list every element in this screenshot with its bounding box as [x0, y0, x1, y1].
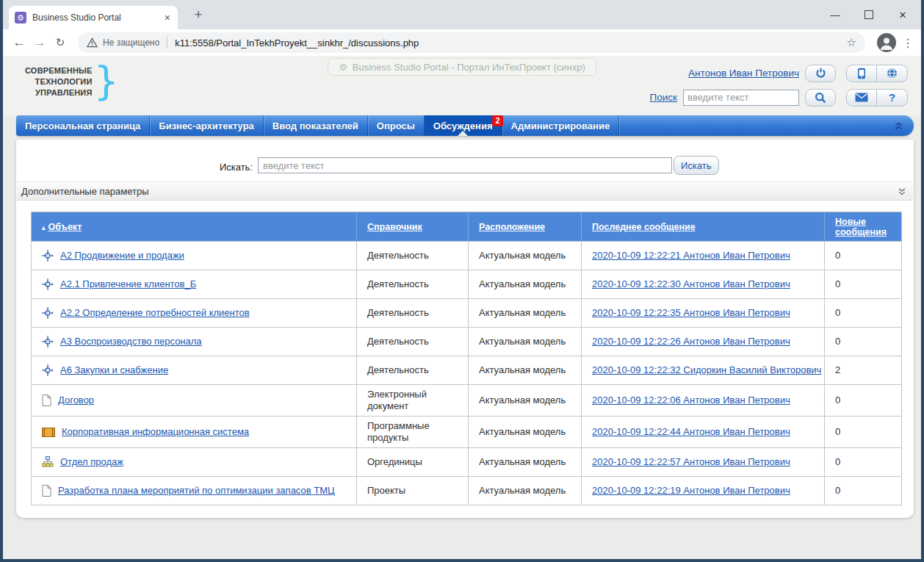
user-name-link[interactable]: Антонов Иван Петрович: [688, 68, 799, 79]
new-messages-cell: 0: [825, 242, 902, 270]
directory-cell: Деятельность: [357, 356, 469, 385]
nav-tab[interactable]: Ввод показателей: [264, 115, 368, 136]
browser-window: ⚙ Business Studio Portal × + — ✕ ← → ↻ Н…: [0, 0, 924, 562]
tab-close-icon[interactable]: ×: [163, 12, 172, 24]
column-header[interactable]: ▴Объект: [32, 212, 357, 242]
location-cell: Актуальная модель: [469, 356, 582, 385]
logo-line: УПРАВЛЕНИЯ: [25, 87, 93, 98]
reload-icon[interactable]: ↻: [50, 36, 71, 49]
last-message-cell: 2020-10-09 12:22:30 Антонов Иван Петрови…: [582, 270, 825, 299]
discussion-search-input[interactable]: [258, 157, 672, 173]
logout-button[interactable]: [805, 65, 836, 82]
column-header-link[interactable]: Расположение: [479, 222, 545, 232]
sort-asc-icon: ▴: [42, 224, 46, 231]
site-search-link[interactable]: Поиск: [650, 92, 677, 103]
nav-tab[interactable]: Опросы: [368, 115, 425, 136]
profile-avatar[interactable]: [877, 33, 896, 52]
maximize-icon: [865, 10, 873, 19]
last-message-link[interactable]: 2020-10-09 12:22:30 Антонов Иван Петрови…: [592, 278, 790, 289]
last-message-cell: 2020-10-09 12:22:32 Сидоркин Василий Вик…: [582, 356, 825, 385]
object-link[interactable]: Отдел продаж: [60, 456, 123, 468]
language-button[interactable]: [877, 65, 908, 82]
location-cell: Актуальная модель: [469, 448, 582, 477]
additional-params-bar[interactable]: Дополнительные параметры: [17, 181, 913, 201]
object-link[interactable]: А2.1 Привлечение клиентов_Б: [60, 278, 196, 290]
column-header[interactable]: Последнее сообщение: [582, 212, 825, 242]
messages-button[interactable]: [846, 89, 877, 107]
last-message-link[interactable]: 2020-10-09 12:22:35 Антонов Иван Петрови…: [592, 307, 790, 318]
new-messages-cell: 0: [825, 270, 902, 299]
question-icon: ?: [889, 91, 895, 104]
last-message-link[interactable]: 2020-10-09 12:22:19 Антонов Иван Петрови…: [592, 485, 790, 496]
browser-tab[interactable]: ⚙ Business Studio Portal ×: [9, 6, 178, 29]
column-header[interactable]: Новые сообщения: [825, 212, 902, 242]
envelope-icon: [855, 93, 868, 102]
help-button[interactable]: ?: [877, 89, 908, 107]
browser-toolbar: ← → ↻ Не защищено k11:5558/Portal_InTekh…: [3, 29, 921, 56]
software-icon: [42, 428, 55, 437]
nav-tab[interactable]: Персональная страница: [16, 115, 150, 136]
process-icon: [42, 307, 54, 319]
address-bar[interactable]: Не защищено k11:5558/Portal_InTekhProyek…: [78, 32, 865, 53]
column-header-link[interactable]: Объект: [48, 222, 82, 232]
mobile-version-button[interactable]: [846, 65, 877, 82]
object-link[interactable]: Договор: [58, 395, 94, 406]
nav-tab[interactable]: Обсуждения2: [425, 115, 502, 136]
last-message-link[interactable]: 2020-10-09 12:22:06 Антонов Иван Петрови…: [592, 395, 790, 406]
expand-params-button[interactable]: [898, 187, 906, 195]
bookmark-star-icon[interactable]: ☆: [847, 36, 856, 49]
column-header-link[interactable]: Новые сообщения: [835, 217, 887, 237]
process-icon: [42, 364, 54, 376]
header-button-group: [846, 65, 908, 82]
object-cell: А6 Закупки и снабжение: [42, 364, 350, 376]
object-link[interactable]: А2 Продвижение и продажи: [60, 250, 184, 262]
object-link[interactable]: Корпоративная информационная система: [62, 426, 249, 438]
search-icon: [815, 92, 826, 104]
url-text[interactable]: k11:5558/Portal_InTekhProyekt__sinkhr_/d…: [175, 37, 419, 48]
site-search-button[interactable]: [805, 89, 836, 107]
tab-title: Business Studio Portal: [32, 12, 163, 23]
logo-line: ТЕХНОЛОГИИ: [25, 76, 93, 87]
object-link[interactable]: А3 Воспроизводство персонала: [60, 336, 202, 347]
directory-cell: Деятельность: [357, 328, 469, 356]
last-message-link[interactable]: 2020-10-09 12:22:32 Сидоркин Василий Вик…: [592, 364, 821, 375]
logo-line: СОВРЕМЕННЫЕ: [25, 65, 93, 76]
process-icon: [42, 336, 54, 347]
directory-cell: Проекты: [357, 477, 469, 505]
last-message-cell: 2020-10-09 12:22:19 Антонов Иван Петрови…: [582, 477, 825, 505]
security-label[interactable]: Не защищено: [103, 37, 159, 48]
last-message-link[interactable]: 2020-10-09 12:22:21 Антонов Иван Петрови…: [592, 250, 790, 261]
last-message-cell: 2020-10-09 12:22:06 Антонов Иван Петрови…: [582, 385, 825, 417]
column-header-link[interactable]: Последнее сообщение: [592, 222, 696, 232]
last-message-link[interactable]: 2020-10-09 12:22:44 Антонов Иван Петрови…: [592, 426, 790, 437]
search-submit-button[interactable]: Искать: [674, 156, 719, 175]
maximize-button[interactable]: [852, 0, 886, 29]
nav-tab[interactable]: Бизнес-архитектура: [150, 115, 264, 136]
portal-title: Business Studio Portal - Портал ИнТехПро…: [353, 62, 585, 73]
close-button[interactable]: ✕: [886, 0, 920, 29]
object-link[interactable]: А2.2 Определение потребностей клиентов: [60, 307, 250, 319]
table-row: ДоговорЭлектронный документАктуальная мо…: [32, 385, 902, 417]
table-row: Отдел продажОргединицыАктуальная модель2…: [32, 448, 902, 477]
object-cell: Корпоративная информационная система: [42, 426, 350, 438]
directory-cell: Деятельность: [357, 270, 469, 299]
directory-cell: Программные продукты: [357, 417, 469, 448]
last-message-link[interactable]: 2020-10-09 12:22:26 Антонов Иван Петрови…: [592, 336, 790, 347]
nav-collapse-button[interactable]: [895, 115, 914, 136]
forward-icon[interactable]: →: [29, 35, 50, 50]
nav-tab-label: Обсуждения: [433, 120, 493, 132]
column-header[interactable]: Справочник: [357, 212, 469, 242]
object-link[interactable]: Разработка плана мероприятий по оптимиза…: [58, 485, 335, 497]
back-icon[interactable]: ←: [9, 35, 29, 50]
new-messages-cell: 0: [825, 328, 902, 356]
object-link[interactable]: А6 Закупки и снабжение: [60, 364, 168, 376]
nav-tab[interactable]: Администрирование: [502, 115, 620, 136]
minimize-button[interactable]: —: [818, 0, 852, 29]
last-message-link[interactable]: 2020-10-09 12:22:57 Антонов Иван Петрови…: [592, 456, 790, 467]
column-header-link[interactable]: Справочник: [367, 222, 422, 232]
site-search-input[interactable]: [683, 90, 799, 106]
browser-menu-icon[interactable]: ⋮: [900, 36, 915, 50]
column-header[interactable]: Расположение: [469, 212, 582, 242]
new-tab-button[interactable]: +: [188, 4, 209, 25]
table-row: Разработка плана мероприятий по оптимиза…: [32, 477, 902, 505]
